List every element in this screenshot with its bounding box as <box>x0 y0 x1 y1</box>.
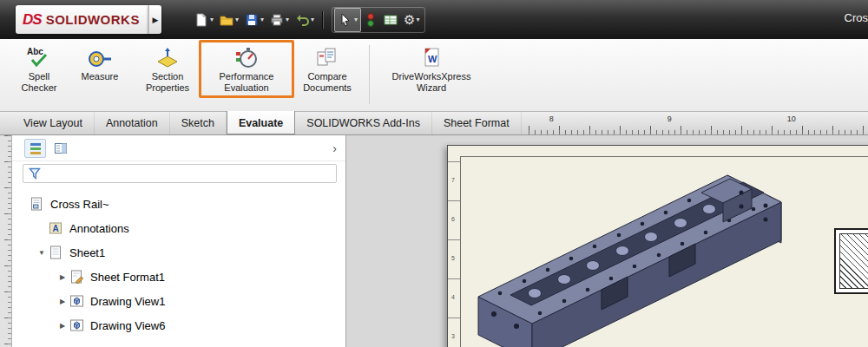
sheet-format-icon <box>69 270 84 284</box>
button-label: Compare Documents <box>293 71 361 94</box>
zone-tick <box>448 278 460 279</box>
display-colors-button[interactable] <box>361 8 380 32</box>
featuremanager-tree-tab[interactable] <box>24 139 46 158</box>
undo-button[interactable]: ▾ <box>292 8 317 32</box>
commandmanager-tabs: View Layout Annotation Sketch Evaluate S… <box>0 112 868 135</box>
expand-arrow-icon[interactable]: ▶ <box>57 273 68 281</box>
horizontal-ruler: 8 9 10 <box>529 112 868 134</box>
tab-sheet-format[interactable]: Sheet Format <box>432 112 522 134</box>
menu-flyout-arrow-icon[interactable]: ▶ <box>148 5 161 34</box>
section-hatch-pattern <box>839 233 868 289</box>
undo-icon <box>294 12 310 28</box>
save-floppy-icon <box>244 12 260 28</box>
solidworks-window: DS SOLIDWORKS ▶ ▾ ▾ ▾ ▾ ▾ <box>0 0 868 347</box>
tree-root-item[interactable]: Cross Rail~ <box>21 192 345 216</box>
tab-solidworks-add-ins[interactable]: SOLIDWORKS Add-Ins <box>295 112 432 134</box>
panel-toolbar: › <box>12 135 345 161</box>
tab-evaluate[interactable]: Evaluate <box>227 111 295 134</box>
ribbon-separator <box>369 45 370 104</box>
svg-text:Abc: Abc <box>27 47 43 56</box>
zone-number: 3 <box>451 333 455 339</box>
display-pane-tab[interactable] <box>49 139 71 158</box>
expand-arrow-icon[interactable]: ▶ <box>57 298 68 305</box>
svg-text:W: W <box>428 54 437 64</box>
sheet-properties-button[interactable] <box>380 8 401 32</box>
open-button[interactable]: ▾ <box>216 8 241 32</box>
tree-item-drawing-view1[interactable]: ▶ Drawing View1 <box>21 289 345 313</box>
section-properties-button[interactable]: Section Properties <box>134 43 201 96</box>
performance-evaluation-icon <box>233 46 260 69</box>
button-label: Measure <box>82 71 119 82</box>
graphics-area[interactable]: 7 6 5 4 3 <box>346 135 868 347</box>
driveworksxpress-wizard-button[interactable]: W DriveWorksXpress Wizard <box>376 43 487 96</box>
compare-documents-icon <box>314 46 340 69</box>
featuremanager-tree-icon <box>29 141 43 155</box>
tree-item-annotations[interactable]: A Annotations <box>21 216 345 240</box>
panel-collapse-chevron-icon[interactable]: › <box>332 142 337 154</box>
tree-item-label: Sheet1 <box>69 246 105 259</box>
measure-icon <box>87 46 113 69</box>
main-content: › Cross Rail~ A Annotations ▼ Sheet1 <box>0 135 868 347</box>
driveworksxpress-icon: W <box>418 46 444 69</box>
tree-item-label: Sheet Format1 <box>90 271 165 284</box>
dropdown-caret-icon[interactable]: ▾ <box>354 16 358 23</box>
select-cursor-icon <box>338 12 353 28</box>
section-view-partial <box>834 228 868 294</box>
zone-tick <box>448 318 460 318</box>
print-icon <box>269 12 285 28</box>
tree-filter-box[interactable] <box>23 164 337 183</box>
quick-access-toolbar: ▾ ▾ ▾ ▾ ▾ ▾ <box>191 7 425 33</box>
new-document-icon <box>194 12 209 28</box>
cross-rail-isometric-view <box>465 165 838 347</box>
drawing-document-icon <box>30 197 44 211</box>
dropdown-caret-icon[interactable]: ▾ <box>311 16 314 23</box>
zone-number: 7 <box>451 177 455 183</box>
dropdown-caret-icon[interactable]: ▾ <box>417 16 420 23</box>
zone-number: 4 <box>451 294 455 300</box>
ruler-number: 10 <box>787 115 796 123</box>
svg-text:A: A <box>53 224 59 233</box>
dropdown-caret-icon[interactable]: ▾ <box>260 16 264 23</box>
zone-tick <box>448 161 460 162</box>
expand-arrow-icon[interactable]: ▶ <box>57 322 68 330</box>
display-tools-group: ▾ ⚙ ▾ <box>332 7 424 33</box>
dropdown-caret-icon[interactable]: ▾ <box>210 16 214 23</box>
tree-item-label: Annotations <box>69 222 129 235</box>
section-properties-icon <box>155 46 181 69</box>
spell-checker-button[interactable]: Abc Spell Checker <box>12 43 66 96</box>
display-colors-icon <box>364 12 378 28</box>
select-button[interactable]: ▾ <box>334 8 361 32</box>
tree-item-sheet1[interactable]: ▼ Sheet1 <box>21 240 345 265</box>
performance-evaluation-button[interactable]: Performance Evaluation <box>205 43 288 96</box>
zone-number: 6 <box>451 216 455 222</box>
tree-item-drawing-view6[interactable]: ▶ Drawing View6 <box>21 313 345 337</box>
feature-tree: Cross Rail~ A Annotations ▼ Sheet1 ▶ She… <box>12 187 345 347</box>
measure-button[interactable]: Measure <box>69 43 130 85</box>
collapse-arrow-icon[interactable]: ▼ <box>36 249 47 257</box>
tab-sketch[interactable]: Sketch <box>170 112 227 134</box>
spell-checker-icon: Abc <box>26 46 52 69</box>
tab-annotation[interactable]: Annotation <box>95 112 170 134</box>
print-button[interactable]: ▾ <box>266 8 292 32</box>
toolbar-separator <box>322 11 323 29</box>
options-button[interactable]: ⚙ ▾ <box>401 8 422 32</box>
sheet-properties-icon <box>383 12 398 28</box>
compare-documents-button[interactable]: Compare Documents <box>292 43 363 96</box>
tab-view-layout[interactable]: View Layout <box>12 112 95 134</box>
filter-funnel-icon <box>28 167 42 180</box>
button-label: DriveWorksXpress Wizard <box>378 71 485 94</box>
tree-item-sheet-format1[interactable]: ▶ Sheet Format1 <box>21 265 345 289</box>
drawing-view-icon <box>69 294 84 308</box>
new-document-button[interactable]: ▾ <box>191 8 216 32</box>
tree-item-label: Cross Rail~ <box>50 198 109 211</box>
dropdown-caret-icon[interactable]: ▾ <box>235 16 239 23</box>
open-folder-icon <box>219 12 234 28</box>
save-button[interactable]: ▾ <box>241 8 266 32</box>
gear-icon: ⚙ <box>404 13 415 26</box>
ds-logo-icon: DS <box>23 11 42 29</box>
drawing-sheet: 7 6 5 4 3 <box>447 145 868 347</box>
annotations-icon: A <box>49 221 63 235</box>
ruler-number: 9 <box>667 115 672 123</box>
dropdown-caret-icon[interactable]: ▾ <box>286 16 289 23</box>
brand-name: SOLIDWORKS <box>46 12 140 27</box>
